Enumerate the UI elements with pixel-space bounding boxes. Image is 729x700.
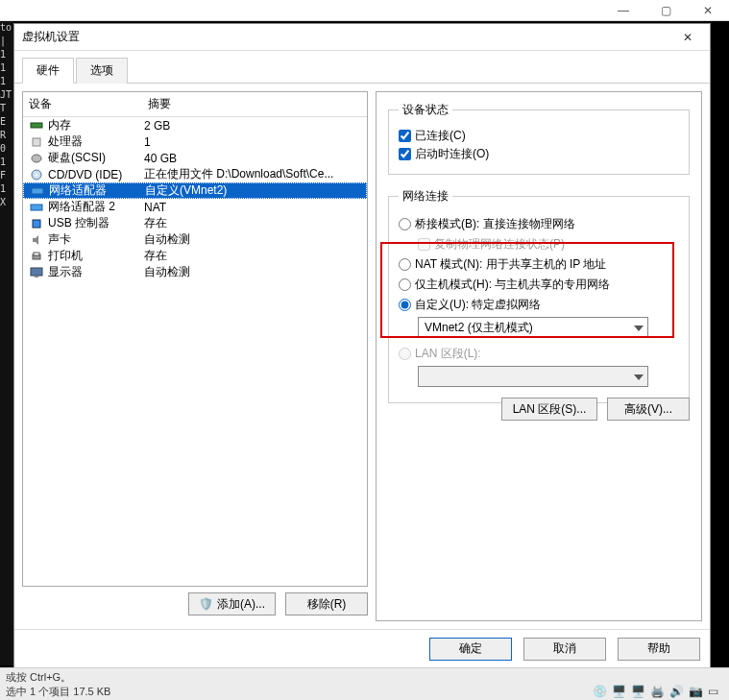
svg-marker-8 [33, 235, 38, 245]
nat-radio[interactable] [399, 258, 411, 271]
cd-icon [29, 168, 44, 181]
add-button-label: 添加(A)... [217, 596, 265, 613]
ok-button[interactable]: 确定 [429, 638, 512, 661]
svg-point-2 [32, 155, 41, 162]
hardware-row-name: 声卡 [48, 231, 71, 248]
network-connection-legend: 网络连接 [399, 188, 452, 205]
chevron-down-icon [634, 370, 644, 383]
tray-icon[interactable]: 🖥️ [612, 685, 627, 698]
help-button[interactable]: 帮助 [618, 638, 700, 661]
sound-icon [29, 233, 44, 247]
tray-icon[interactable]: 🖥️ [631, 685, 646, 698]
lan-segment-label: LAN 区段(L): [415, 346, 481, 362]
hostonly-radio[interactable] [399, 278, 411, 291]
lan-segments-button[interactable]: LAN 区段(S)... [501, 398, 597, 421]
hostonly-label: 仅主机模式(H): 与主机共享的专用网络 [415, 277, 610, 293]
net-icon [30, 184, 45, 198]
custom-radio-row[interactable]: 自定义(U): 特定虚拟网络 [399, 297, 679, 313]
connect-at-poweron-checkbox[interactable] [399, 148, 411, 160]
svg-rect-7 [33, 220, 40, 228]
network-connection-group: 网络连接 桥接模式(B): 直接连接物理网络 复制物理网络连接状态(P) NAT… [388, 188, 690, 403]
mem-icon [29, 119, 44, 133]
cpu-icon [29, 135, 44, 149]
lan-segment-select [418, 366, 648, 387]
hardware-row[interactable]: CD/DVD (IDE)正在使用文件 D:\Download\Soft\Ce..… [23, 166, 367, 182]
hardware-row[interactable]: 内存2 GB [23, 117, 367, 133]
svg-rect-6 [31, 205, 42, 210]
tray-icon[interactable]: 🖨️ [650, 685, 666, 698]
properties-panel: 设备状态 已连接(C) 启动时连接(O) 网络连接 桥接模式(B): 直接连接物 [376, 91, 702, 621]
replicate-checkbox-row: 复制物理网络连接状态(P) [418, 236, 679, 253]
hardware-row-summary: 自动检测 [144, 264, 361, 280]
tray-icon[interactable]: 🔊 [669, 685, 685, 698]
lan-segment-radio [399, 348, 411, 360]
dialog-titlebar[interactable]: 虚拟机设置 ✕ [14, 24, 710, 51]
custom-radio[interactable] [399, 299, 411, 311]
system-tray: 💿 🖥️ 🖥️ 🖨️ 🔊 📷 ▭ [593, 685, 723, 698]
connected-checkbox[interactable] [399, 130, 411, 142]
hardware-row-name: 网络适配器 [49, 182, 107, 199]
hardware-table-header: 设备 摘要 [23, 92, 367, 117]
hardware-row-summary: 1 [144, 135, 361, 149]
dialog-footer: 确定 取消 帮助 [14, 629, 710, 667]
tray-icon[interactable]: 💿 [593, 685, 608, 698]
hardware-row[interactable]: 处理器1 [23, 133, 367, 150]
hostonly-radio-row[interactable]: 仅主机模式(H): 与主机共享的专用网络 [399, 277, 679, 293]
connect-at-poweron-checkbox-row[interactable]: 启动时连接(O) [399, 146, 679, 162]
device-status-group: 设备状态 已连接(C) 启动时连接(O) [388, 102, 690, 175]
hardware-row[interactable]: 声卡自动检测 [23, 231, 367, 248]
svg-rect-12 [35, 276, 38, 278]
status-bar: 或按 Ctrl+G。 选中 1 个项目 17.5 KB 💿 🖥️ 🖥️ 🖨️ 🔊… [0, 667, 729, 700]
advanced-button[interactable]: 高级(V)... [607, 398, 690, 421]
add-button[interactable]: 🛡️ 添加(A)... [188, 592, 276, 616]
hardware-row-summary: 存在 [144, 215, 361, 231]
hardware-row-name: 网络适配器 2 [48, 199, 115, 215]
nat-radio-row[interactable]: NAT 模式(N): 用于共享主机的 IP 地址 [399, 256, 679, 273]
tab-options[interactable]: 选项 [76, 58, 128, 84]
hardware-row[interactable]: 网络适配器 2NAT [23, 199, 367, 215]
hardware-row[interactable]: USB 控制器存在 [23, 215, 367, 231]
tray-icon[interactable]: ▭ [708, 685, 723, 698]
bridged-radio[interactable] [399, 218, 411, 230]
hardware-row[interactable]: 网络适配器自定义(VMnet2) [23, 182, 367, 199]
net-icon [29, 201, 44, 214]
bridged-radio-row[interactable]: 桥接模式(B): 直接连接物理网络 [399, 216, 679, 232]
hardware-row[interactable]: 显示器自动检测 [23, 264, 367, 280]
lan-segment-radio-row: LAN 区段(L): [399, 346, 679, 362]
nat-label: NAT 模式(N): 用于共享主机的 IP 地址 [415, 256, 606, 273]
tray-icon[interactable]: 📷 [689, 685, 704, 698]
cancel-button[interactable]: 取消 [523, 638, 606, 661]
replicate-checkbox [418, 238, 430, 251]
dialog-title: 虚拟机设置 [22, 29, 673, 45]
hardware-row-name: 打印机 [48, 248, 83, 264]
connect-at-poweron-label: 启动时连接(O) [415, 146, 489, 162]
parent-maximize-button[interactable]: ▢ [644, 0, 687, 21]
hardware-row[interactable]: 硬盘(SCSI)40 GB [23, 150, 367, 166]
col-device: 设备 [29, 96, 148, 112]
hardware-row-name: 硬盘(SCSI) [48, 150, 106, 166]
hardware-row-summary: NAT [144, 201, 361, 214]
tab-hardware[interactable]: 硬件 [22, 58, 74, 84]
hardware-row-summary: 正在使用文件 D:\Download\Soft\Ce... [144, 166, 361, 182]
hardware-row-summary: 自动检测 [144, 231, 361, 248]
replicate-label: 复制物理网络连接状态(P) [434, 236, 565, 253]
bridged-label: 桥接模式(B): 直接连接物理网络 [415, 216, 575, 232]
tabs-row: 硬件 选项 [14, 51, 710, 84]
dialog-close-button[interactable]: ✕ [673, 28, 702, 47]
parent-close-button[interactable]: ✕ [687, 0, 729, 21]
svg-rect-11 [31, 268, 42, 276]
connected-checkbox-row[interactable]: 已连接(C) [399, 128, 679, 144]
parent-minimize-button[interactable]: — [602, 0, 644, 21]
hardware-table: 设备 摘要 内存2 GB处理器1硬盘(SCSI)40 GBCD/DVD (IDE… [22, 91, 368, 587]
hardware-row-summary: 存在 [144, 248, 361, 264]
device-status-legend: 设备状态 [399, 102, 452, 118]
remove-button[interactable]: 移除(R) [285, 592, 368, 616]
hardware-row-name: 处理器 [48, 133, 83, 150]
shield-icon: 🛡️ [199, 597, 213, 611]
disk-icon [29, 152, 44, 165]
hardware-row[interactable]: 打印机存在 [23, 248, 367, 264]
connected-label: 已连接(C) [415, 128, 466, 144]
chevron-down-icon [634, 321, 644, 334]
custom-vmnet-select[interactable]: VMnet2 (仅主机模式) [418, 317, 648, 338]
custom-vmnet-value: VMnet2 (仅主机模式) [425, 320, 533, 336]
